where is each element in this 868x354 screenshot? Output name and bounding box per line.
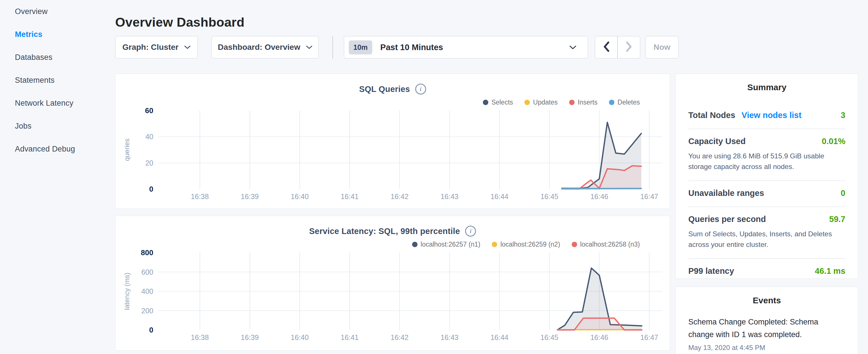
legend-item: Selects bbox=[483, 99, 513, 106]
chevron-down-icon bbox=[184, 45, 191, 49]
view-nodes-list-link[interactable]: View nodes list bbox=[742, 110, 802, 120]
time-range-selector[interactable]: 10m Past 10 Minutes bbox=[344, 36, 588, 58]
summary-label: Capacity Used bbox=[688, 137, 746, 146]
legend-dot bbox=[483, 100, 488, 105]
y-axis-title: queries bbox=[123, 139, 131, 161]
x-axis-tick-label: 16:47 bbox=[640, 192, 658, 201]
event-text: Schema Change Completed: Schema change w… bbox=[688, 316, 845, 341]
y-axis-tick-label: 40 bbox=[145, 133, 153, 141]
x-axis-tick-label: 16:45 bbox=[540, 333, 559, 342]
chevron-down-icon bbox=[306, 45, 312, 49]
legend-dot bbox=[572, 242, 577, 247]
summary-label: Total Nodes bbox=[688, 110, 735, 120]
service-latency-chart-card: Service Latency: SQL, 99th percentile i … bbox=[115, 216, 670, 351]
x-axis-tick-label: 16:40 bbox=[291, 333, 309, 342]
summary-note: Sum of Selects, Updates, Inserts, and De… bbox=[688, 229, 845, 250]
x-axis-tick-label: 16:41 bbox=[341, 192, 359, 201]
now-button-label: Now bbox=[653, 43, 670, 52]
x-axis-tick-label: 16:42 bbox=[391, 192, 409, 201]
page-title: Overview Dashboard bbox=[115, 15, 244, 30]
summary-value: 0.01% bbox=[822, 137, 845, 146]
legend-item: Updates bbox=[524, 99, 558, 106]
summary-value: 46.1 ms bbox=[815, 266, 845, 276]
chevron-left-icon bbox=[603, 41, 610, 53]
legend-item: Deletes bbox=[609, 99, 640, 106]
overview-dashboard-page: { "sidebar": { "items": [ {"label": "Ove… bbox=[0, 0, 868, 354]
chart-title: SQL Queries bbox=[359, 85, 410, 94]
legend-item: localhost:26257 (n1) bbox=[412, 240, 480, 248]
event-list-item[interactable]: Schema Change Completed: Schema change w… bbox=[688, 316, 845, 352]
controls-divider bbox=[333, 36, 333, 58]
x-axis-tick-label: 16:38 bbox=[191, 333, 209, 342]
sidebar-item-overview[interactable]: Overview bbox=[0, 0, 115, 23]
sidebar: Overview Metrics Databases Statements Ne… bbox=[0, 0, 115, 354]
summary-label: Queries per second bbox=[688, 215, 766, 224]
summary-label: Unavailable ranges bbox=[688, 189, 764, 198]
sidebar-item-advanced-debug[interactable]: Advanced Debug bbox=[0, 137, 115, 160]
summary-row-p99-latency: P99 latency 46.1 ms bbox=[688, 259, 845, 284]
y-axis-tick-label: 60 bbox=[145, 106, 153, 115]
y-axis-title: latency (ms) bbox=[123, 273, 131, 310]
y-axis-tick-label: 600 bbox=[141, 268, 153, 276]
y-axis-tick-label: 200 bbox=[141, 307, 153, 315]
x-axis-tick-label: 16:40 bbox=[291, 192, 309, 201]
summary-note: You are using 28.6 MiB of 515.9 GiB usab… bbox=[688, 151, 845, 172]
legend-item: localhost:26259 (n2) bbox=[492, 240, 560, 248]
chevron-down-icon bbox=[569, 45, 576, 50]
summary-title: Summary bbox=[676, 83, 858, 92]
summary-value: 59.7 bbox=[829, 215, 845, 224]
x-axis-tick-label: 16:42 bbox=[391, 333, 409, 342]
sidebar-item-network-latency[interactable]: Network Latency bbox=[0, 92, 115, 115]
sidebar-item-jobs[interactable]: Jobs bbox=[0, 115, 115, 137]
legend-item: Inserts bbox=[569, 99, 597, 106]
sql-queries-chart-card: SQL Queries i SelectsUpdatesInsertsDelet… bbox=[115, 74, 670, 209]
chevron-right-icon bbox=[626, 41, 632, 53]
y-axis-tick-label: 400 bbox=[141, 287, 153, 296]
dashboard-dropdown[interactable]: Dashboard: Overview bbox=[212, 36, 319, 58]
summary-row-capacity-used: Capacity Used 0.01% You are using 28.6 M… bbox=[688, 129, 845, 181]
x-axis-tick-label: 16:43 bbox=[440, 192, 459, 201]
chart-legend: localhost:26257 (n1)localhost:26259 (n2)… bbox=[412, 240, 640, 248]
sidebar-item-databases[interactable]: Databases bbox=[0, 46, 115, 69]
now-button[interactable]: Now bbox=[645, 36, 679, 58]
service-latency-plot[interactable]: 16:3816:3916:4016:4116:4216:4316:4416:45… bbox=[158, 253, 662, 330]
dashboard-dropdown-label: Dashboard: Overview bbox=[218, 43, 300, 52]
x-axis-tick-label: 16:39 bbox=[241, 333, 259, 342]
legend-dot bbox=[609, 100, 614, 105]
y-axis-tick-label: 20 bbox=[145, 159, 153, 167]
x-axis-tick-label: 16:46 bbox=[590, 333, 608, 342]
summary-row-total-nodes: Total Nodes View nodes list 3 bbox=[688, 103, 845, 129]
prev-time-button[interactable] bbox=[595, 36, 618, 58]
sql-queries-plot[interactable]: 16:3816:3916:4016:4116:4216:4316:4416:45… bbox=[158, 110, 662, 189]
info-icon[interactable]: i bbox=[415, 84, 426, 95]
x-axis-tick-label: 16:46 bbox=[590, 192, 608, 201]
sidebar-item-metrics[interactable]: Metrics bbox=[0, 23, 115, 46]
event-timestamp: May 13, 2020 at 4:45 PM bbox=[688, 344, 845, 352]
x-axis-tick-label: 16:45 bbox=[540, 192, 559, 201]
legend-item: localhost:26258 (n3) bbox=[572, 240, 640, 248]
legend-dot bbox=[524, 100, 530, 105]
info-icon[interactable]: i bbox=[465, 226, 476, 236]
graph-dropdown-label: Graph: Cluster bbox=[122, 43, 179, 52]
legend-dot bbox=[492, 242, 497, 247]
x-axis-tick-label: 16:38 bbox=[191, 192, 209, 201]
graph-dropdown[interactable]: Graph: Cluster bbox=[115, 36, 198, 58]
x-axis-tick-label: 16:44 bbox=[491, 333, 509, 342]
legend-dot bbox=[569, 100, 575, 105]
y-axis-tick-label: 800 bbox=[141, 248, 153, 257]
x-axis-tick-label: 16:41 bbox=[341, 333, 359, 342]
chart-legend: SelectsUpdatesInsertsDeletes bbox=[483, 99, 640, 106]
x-axis-tick-label: 16:43 bbox=[440, 333, 459, 342]
y-axis-tick-label: 0 bbox=[149, 326, 153, 334]
time-step-buttons bbox=[595, 36, 640, 58]
summary-label: P99 latency bbox=[688, 266, 734, 276]
x-axis-tick-label: 16:47 bbox=[640, 333, 658, 342]
legend-dot bbox=[412, 242, 417, 247]
x-axis-tick-label: 16:39 bbox=[241, 192, 259, 201]
sidebar-item-statements[interactable]: Statements bbox=[0, 69, 115, 92]
chart-title: Service Latency: SQL, 99th percentile bbox=[309, 227, 460, 236]
y-axis-tick-label: 0 bbox=[149, 185, 153, 194]
summary-row-queries-per-second: Queries per second 59.7 Sum of Selects, … bbox=[688, 207, 845, 258]
next-time-button[interactable] bbox=[618, 36, 640, 58]
summary-value: 3 bbox=[841, 110, 845, 120]
